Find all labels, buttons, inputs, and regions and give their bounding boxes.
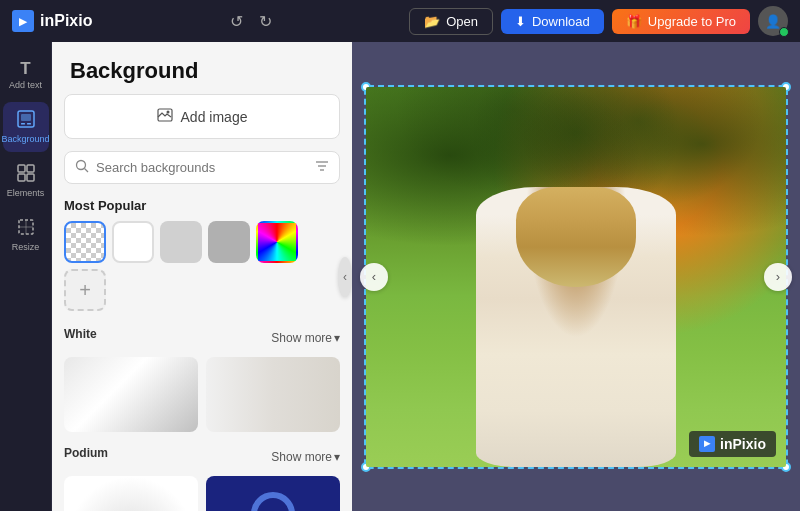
search-bar (64, 151, 340, 184)
search-icon (75, 159, 89, 176)
topbar-actions: 📂 Open ⬇ Download 🎁 Upgrade to Pro 👤 (409, 6, 788, 36)
color-swatches: + (64, 221, 340, 311)
app-logo: ▶ inPixio (12, 10, 92, 32)
add-text-icon: T (20, 60, 30, 77)
photo-hair (516, 187, 636, 287)
canvas-image: ▶ inPixio (366, 87, 786, 467)
background-icon (17, 110, 35, 131)
logo-icon: ▶ (12, 10, 34, 32)
sidebar-item-resize[interactable]: Resize (3, 210, 49, 260)
svg-rect-7 (27, 174, 34, 181)
history-controls: ↺ ↻ (224, 8, 278, 35)
podium-show-more-button[interactable]: Show more ▾ (271, 450, 340, 464)
swatch-mid-gray[interactable] (208, 221, 250, 263)
search-input[interactable] (96, 160, 308, 175)
sidebar-item-label: Resize (12, 242, 40, 252)
white-bg-grid (64, 357, 340, 432)
resize-icon (17, 218, 35, 239)
svg-line-14 (85, 169, 89, 173)
svg-rect-2 (21, 123, 25, 125)
canvas-area: ‹ ▶ inPixio › (352, 42, 800, 511)
sidebar: T Add text Background (0, 42, 52, 511)
most-popular-label: Most Popular (64, 198, 146, 213)
panel-collapse-button[interactable]: ‹ (338, 257, 352, 297)
main-area: T Add text Background (0, 42, 800, 511)
open-icon: 📂 (424, 14, 440, 29)
podium-category-header: Podium Show more ▾ (64, 446, 340, 468)
swatch-light-gray[interactable] (160, 221, 202, 263)
photo-background: ▶ inPixio (366, 87, 786, 467)
white-show-more-button[interactable]: Show more ▾ (271, 331, 340, 345)
swatch-transparent[interactable] (64, 221, 106, 263)
canvas-left-arrow[interactable]: ‹ (360, 263, 388, 291)
add-image-icon (157, 107, 173, 126)
app-name: inPixio (40, 12, 92, 30)
download-icon: ⬇ (515, 14, 526, 29)
photo-watermark: ▶ inPixio (689, 431, 776, 457)
avatar-button[interactable]: 👤 (758, 6, 788, 36)
podium-bg-thumb-1[interactable] (64, 476, 198, 511)
panel-title: Background (52, 42, 352, 94)
swatch-add[interactable]: + (64, 269, 106, 311)
canvas-right-arrow[interactable]: › (764, 263, 792, 291)
svg-rect-5 (27, 165, 34, 172)
canvas-image-wrapper: ▶ inPixio (364, 85, 788, 469)
svg-rect-3 (27, 123, 31, 125)
white-bg-thumb-1[interactable] (64, 357, 198, 432)
sidebar-item-elements[interactable]: Elements (3, 156, 49, 206)
open-button[interactable]: 📂 Open (409, 8, 493, 35)
redo-button[interactable]: ↻ (253, 8, 278, 35)
download-button[interactable]: ⬇ Download (501, 9, 604, 34)
topbar: ▶ inPixio ↺ ↻ 📂 Open ⬇ Download 🎁 Upgrad… (0, 0, 800, 42)
avatar-badge (779, 27, 789, 37)
swatch-white[interactable] (112, 221, 154, 263)
sidebar-item-label: Background (1, 134, 49, 144)
white-category-label: White (64, 327, 97, 341)
photo-figure (476, 187, 676, 467)
sidebar-item-background[interactable]: Background (3, 102, 49, 152)
undo-button[interactable]: ↺ (224, 8, 249, 35)
upgrade-button[interactable]: 🎁 Upgrade to Pro (612, 9, 750, 34)
sidebar-item-add-text[interactable]: T Add text (3, 52, 49, 98)
elements-icon (17, 164, 35, 185)
panel-content: Add image (52, 94, 352, 511)
upgrade-icon: 🎁 (626, 14, 642, 29)
svg-rect-4 (18, 165, 25, 172)
white-category-header: White Show more ▾ (64, 327, 340, 349)
svg-rect-1 (21, 114, 31, 121)
svg-point-12 (166, 111, 169, 114)
podium-category-label: Podium (64, 446, 108, 460)
most-popular-section: Most Popular (64, 198, 340, 213)
background-panel: Background Add image (52, 42, 352, 511)
podium-bg-thumb-2[interactable] (206, 476, 340, 511)
filter-icon[interactable] (315, 159, 329, 176)
white-bg-thumb-2[interactable] (206, 357, 340, 432)
panel-resize-handle: ‹ (338, 42, 352, 511)
add-image-button[interactable]: Add image (64, 94, 340, 139)
swatch-color-wheel[interactable] (256, 221, 298, 263)
svg-rect-6 (18, 174, 25, 181)
sidebar-item-label: Elements (7, 188, 45, 198)
watermark-logo-icon: ▶ (699, 436, 715, 452)
svg-point-13 (77, 161, 86, 170)
podium-bg-grid (64, 476, 340, 511)
sidebar-item-label: Add text (9, 80, 42, 90)
